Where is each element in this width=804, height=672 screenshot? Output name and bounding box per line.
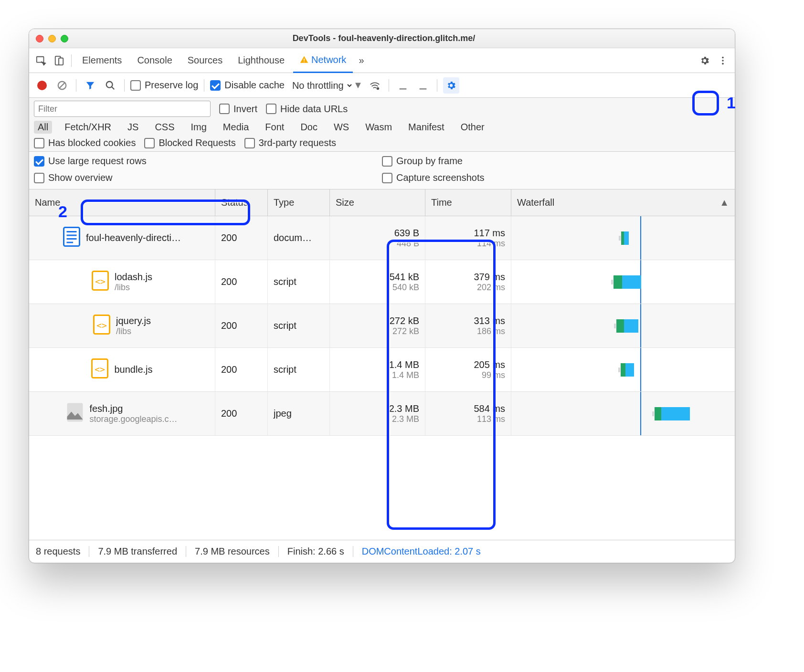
tab-network-label: Network [311,54,346,65]
clear-icon[interactable] [54,77,70,94]
group-by-frame-checkbox[interactable]: Group by frame [382,156,730,167]
warning-icon [300,55,308,64]
svg-point-10 [106,81,113,87]
network-settings-icon[interactable] [443,77,459,94]
table-body: foul-heavenly-directi…200docum…639 B448 … [29,216,735,540]
network-settings-panel: Use large request rows Group by frame Sh… [29,152,735,189]
throttling-select[interactable]: No throttling [288,79,353,92]
svg-rect-2 [59,58,63,65]
show-overview-checkbox[interactable]: Show overview [34,172,382,183]
col-status[interactable]: Status [215,189,268,216]
zoom-window-button[interactable] [61,35,68,42]
cell-status: 200 [215,348,268,391]
table-row[interactable]: <>jquery.js/libs200script272 kB272 kB313… [29,304,735,348]
disable-cache-checkbox[interactable]: Disable cache [210,80,285,91]
file-type-icon [63,227,80,249]
hide-data-urls-checkbox[interactable]: Hide data URLs [266,104,348,115]
search-icon[interactable] [102,77,118,94]
filter-type-media[interactable]: Media [219,121,253,134]
tab-elements[interactable]: Elements [75,48,128,73]
kebab-menu-icon[interactable] [715,52,731,69]
filter-input[interactable] [34,101,211,117]
request-name: foul-heavenly-directi… [86,232,181,243]
svg-rect-3 [304,59,305,61]
filter-type-all[interactable]: All [34,121,52,134]
svg-point-7 [722,63,724,64]
filter-type-font[interactable]: Font [261,121,288,134]
preserve-log-checkbox[interactable]: Preserve log [130,80,198,91]
cell-type: jpeg [268,392,330,435]
table-row[interactable]: fesh.jpgstorage.googleapis.c…200jpeg2.3 … [29,392,735,436]
status-bar: 8 requests 7.9 MB transferred 7.9 MB res… [29,540,735,563]
status-dcl: DOMContentLoaded: 2.07 s [353,546,489,557]
col-time[interactable]: Time [425,189,511,216]
device-toolbar-icon[interactable] [51,52,67,69]
status-requests: 8 requests [34,546,89,557]
svg-point-12 [376,87,379,90]
file-type-icon: <> [92,271,109,293]
cell-waterfall [511,260,735,304]
cell-status: 200 [215,260,268,304]
tab-console[interactable]: Console [130,48,179,73]
table-header: Name Status Type Size Time Waterfall ▲ [29,189,735,216]
filter-type-fetchxhr[interactable]: Fetch/XHR [61,121,115,134]
blocked-cookies-checkbox[interactable]: Has blocked cookies [34,137,136,148]
blocked-requests-checkbox[interactable]: Blocked Requests [144,137,235,148]
cell-type: script [268,260,330,304]
status-finish: Finish: 2.66 s [279,546,353,557]
cell-time: 379 ms202 ms [425,260,511,304]
filter-type-manifest[interactable]: Manifest [404,121,448,134]
svg-point-6 [722,60,724,62]
cell-size: 2.3 MB2.3 MB [330,392,425,435]
cell-status: 200 [215,304,268,347]
network-conditions-icon[interactable] [367,77,383,94]
third-party-checkbox[interactable]: 3rd-party requests [244,137,336,148]
large-rows-checkbox[interactable]: Use large request rows [34,156,382,167]
filter-type-js[interactable]: JS [124,121,142,134]
cell-waterfall [511,216,735,260]
cell-size: 639 B448 B [330,216,425,260]
filter-icon[interactable] [82,77,98,94]
filter-type-doc[interactable]: Doc [296,121,321,134]
request-name: fesh.jpg [89,403,177,414]
tab-sources[interactable]: Sources [181,48,229,73]
filter-type-other[interactable]: Other [457,121,488,134]
table-row[interactable]: <>bundle.js200script1.4 MB1.4 MB205 ms99… [29,348,735,392]
settings-gear-icon[interactable] [697,52,713,69]
svg-rect-13 [64,228,80,246]
table-row[interactable]: foul-heavenly-directi…200docum…639 B448 … [29,216,735,260]
col-type[interactable]: Type [268,189,330,216]
capture-screenshots-checkbox[interactable]: Capture screenshots [382,172,730,183]
request-path: /libs [115,283,152,293]
request-name: lodash.js [115,272,152,283]
col-name[interactable]: Name [29,189,215,216]
col-waterfall[interactable]: Waterfall ▲ [511,189,735,216]
network-toolbar: Preserve log Disable cache No throttling… [29,73,735,98]
minimize-window-button[interactable] [48,35,56,42]
close-window-button[interactable] [36,35,43,42]
request-path: storage.googleapis.c… [89,414,177,424]
export-har-icon[interactable] [415,77,431,94]
table-row[interactable]: <>lodash.js/libs200script541 kB540 kB379… [29,260,735,304]
window-title: DevTools - foul-heavenly-direction.glitc… [68,33,699,43]
more-tabs-button[interactable]: » [355,48,368,73]
svg-rect-4 [304,62,305,63]
titlebar: DevTools - foul-heavenly-direction.glitc… [29,29,735,48]
filter-type-wasm[interactable]: Wasm [361,121,396,134]
inspect-element-icon[interactable] [33,52,49,69]
file-type-icon: <> [93,315,110,337]
file-type-icon: <> [91,358,108,381]
main-tabs-row: Elements Console Sources Lighthouse Netw… [29,48,735,73]
import-har-icon[interactable] [395,77,411,94]
tab-lighthouse[interactable]: Lighthouse [231,48,291,73]
filter-type-css[interactable]: CSS [151,121,178,134]
col-size[interactable]: Size [330,189,425,216]
record-button[interactable] [34,77,50,94]
filter-type-img[interactable]: Img [187,121,211,134]
resource-type-filters: AllFetch/XHRJSCSSImgMediaFontDocWSWasmMa… [34,121,730,134]
svg-rect-0 [37,56,44,62]
invert-checkbox[interactable]: Invert [219,104,257,115]
filter-type-ws[interactable]: WS [330,121,353,134]
tab-network[interactable]: Network [293,48,353,73]
svg-line-9 [59,82,65,88]
